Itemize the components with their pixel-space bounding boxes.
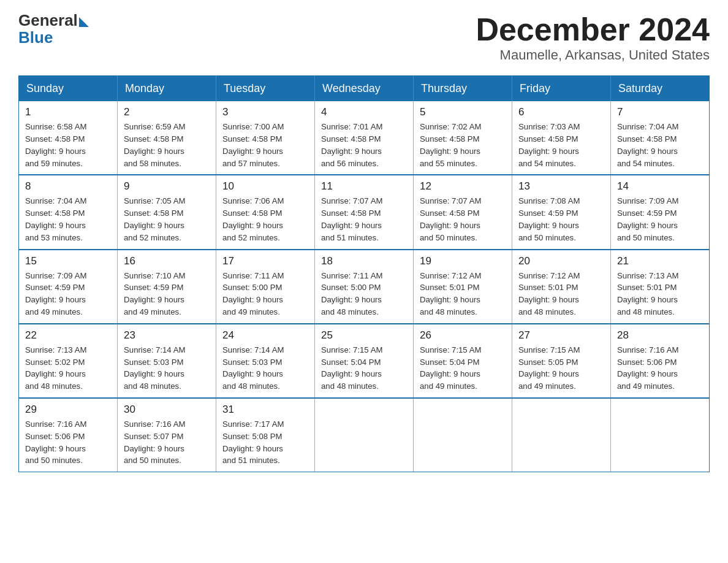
day-number: 11 [321,180,407,193]
calendar-cell: 21 Sunrise: 7:13 AM Sunset: 5:01 PM Dayl… [611,250,710,324]
title-section: December 2024 Maumelle, Arkansas, United… [476,12,710,63]
day-info: Sunrise: 7:15 AM Sunset: 5:04 PM Dayligh… [420,344,506,393]
calendar-cell: 18 Sunrise: 7:11 AM Sunset: 5:00 PM Dayl… [315,250,414,324]
day-info: Sunrise: 7:12 AM Sunset: 5:01 PM Dayligh… [518,270,604,318]
day-number: 17 [222,255,308,267]
day-info: Sunrise: 7:01 AM Sunset: 4:58 PM Dayligh… [321,121,407,169]
calendar-cell: 31 Sunrise: 7:17 AM Sunset: 5:08 PM Dayl… [216,398,315,472]
day-number: 20 [518,255,604,267]
day-number: 6 [518,106,604,118]
calendar-cell: 27 Sunrise: 7:15 AM Sunset: 5:05 PM Dayl… [512,324,611,398]
day-number: 26 [420,329,506,342]
calendar-week-4: 22 Sunrise: 7:13 AM Sunset: 5:02 PM Dayl… [19,324,710,398]
day-header-wednesday: Wednesday [315,76,414,102]
day-number: 30 [124,404,210,416]
day-info: Sunrise: 7:07 AM Sunset: 4:58 PM Dayligh… [420,195,506,243]
day-info: Sunrise: 7:05 AM Sunset: 4:58 PM Dayligh… [124,195,210,243]
day-number: 25 [321,329,407,342]
logo: General Blue [18,12,90,47]
day-number: 4 [321,106,407,118]
calendar-cell: 11 Sunrise: 7:07 AM Sunset: 4:58 PM Dayl… [315,175,414,249]
page-subtitle: Maumelle, Arkansas, United States [476,47,710,63]
calendar-cell: 15 Sunrise: 7:09 AM Sunset: 4:59 PM Dayl… [19,250,118,324]
calendar-cell: 14 Sunrise: 7:09 AM Sunset: 4:59 PM Dayl… [611,175,710,249]
day-number: 28 [617,329,703,342]
day-info: Sunrise: 7:16 AM Sunset: 5:06 PM Dayligh… [617,344,703,393]
day-number: 10 [222,180,308,193]
calendar-cell: 23 Sunrise: 7:14 AM Sunset: 5:03 PM Dayl… [118,324,216,398]
day-info: Sunrise: 7:11 AM Sunset: 5:00 PM Dayligh… [321,270,407,318]
calendar-week-2: 8 Sunrise: 7:04 AM Sunset: 4:58 PM Dayli… [19,175,710,249]
day-number: 14 [617,180,703,193]
day-number: 5 [420,106,506,118]
day-number: 12 [420,180,506,193]
day-number: 22 [25,329,111,342]
day-info: Sunrise: 7:15 AM Sunset: 5:04 PM Dayligh… [321,344,407,393]
calendar-cell: 6 Sunrise: 7:03 AM Sunset: 4:58 PM Dayli… [512,101,611,175]
calendar-cell: 16 Sunrise: 7:10 AM Sunset: 4:59 PM Dayl… [118,250,216,324]
day-number: 1 [25,106,111,118]
calendar-cell: 2 Sunrise: 6:59 AM Sunset: 4:58 PM Dayli… [118,101,216,175]
day-info: Sunrise: 7:11 AM Sunset: 5:00 PM Dayligh… [222,270,308,318]
calendar-cell [315,398,414,472]
logo-general-text: General [18,12,78,28]
calendar-cell: 4 Sunrise: 7:01 AM Sunset: 4:58 PM Dayli… [315,101,414,175]
calendar-cell [611,398,710,472]
day-info: Sunrise: 6:59 AM Sunset: 4:58 PM Dayligh… [124,121,210,169]
day-info: Sunrise: 7:16 AM Sunset: 5:06 PM Dayligh… [25,418,111,467]
day-header-tuesday: Tuesday [216,76,315,102]
day-header-thursday: Thursday [414,76,512,102]
calendar-cell: 26 Sunrise: 7:15 AM Sunset: 5:04 PM Dayl… [414,324,512,398]
day-number: 8 [25,180,111,193]
day-header-saturday: Saturday [611,76,710,102]
calendar-cell [512,398,611,472]
day-info: Sunrise: 7:00 AM Sunset: 4:58 PM Dayligh… [222,121,308,169]
calendar-week-3: 15 Sunrise: 7:09 AM Sunset: 4:59 PM Dayl… [19,250,710,324]
logo-blue-text: Blue [18,28,53,47]
day-info: Sunrise: 7:14 AM Sunset: 5:03 PM Dayligh… [124,344,210,393]
day-info: Sunrise: 7:04 AM Sunset: 4:58 PM Dayligh… [25,195,111,243]
day-info: Sunrise: 7:04 AM Sunset: 4:58 PM Dayligh… [617,121,703,169]
day-number: 15 [25,255,111,267]
day-info: Sunrise: 7:09 AM Sunset: 4:59 PM Dayligh… [617,195,703,243]
day-number: 31 [222,404,308,416]
day-number: 2 [124,106,210,118]
calendar-cell: 24 Sunrise: 7:14 AM Sunset: 5:03 PM Dayl… [216,324,315,398]
day-number: 19 [420,255,506,267]
day-info: Sunrise: 7:13 AM Sunset: 5:02 PM Dayligh… [25,344,111,393]
day-info: Sunrise: 7:08 AM Sunset: 4:59 PM Dayligh… [518,195,604,243]
calendar-cell: 12 Sunrise: 7:07 AM Sunset: 4:58 PM Dayl… [414,175,512,249]
calendar-cell: 22 Sunrise: 7:13 AM Sunset: 5:02 PM Dayl… [19,324,118,398]
calendar-cell: 1 Sunrise: 6:58 AM Sunset: 4:58 PM Dayli… [19,101,118,175]
calendar-cell: 9 Sunrise: 7:05 AM Sunset: 4:58 PM Dayli… [118,175,216,249]
calendar-table: SundayMondayTuesdayWednesdayThursdayFrid… [18,75,710,472]
calendar-cell: 5 Sunrise: 7:02 AM Sunset: 4:58 PM Dayli… [414,101,512,175]
calendar-header-row: SundayMondayTuesdayWednesdayThursdayFrid… [19,76,710,102]
logo-top: General [18,12,90,28]
day-info: Sunrise: 7:06 AM Sunset: 4:58 PM Dayligh… [222,195,308,243]
day-header-monday: Monday [118,76,216,102]
calendar-cell: 30 Sunrise: 7:16 AM Sunset: 5:07 PM Dayl… [118,398,216,472]
day-number: 24 [222,329,308,342]
day-info: Sunrise: 7:13 AM Sunset: 5:01 PM Dayligh… [617,270,703,318]
calendar-cell: 13 Sunrise: 7:08 AM Sunset: 4:59 PM Dayl… [512,175,611,249]
calendar-cell [414,398,512,472]
day-info: Sunrise: 7:17 AM Sunset: 5:08 PM Dayligh… [222,418,308,467]
day-number: 7 [617,106,703,118]
calendar-cell: 17 Sunrise: 7:11 AM Sunset: 5:00 PM Dayl… [216,250,315,324]
day-number: 27 [518,329,604,342]
page-header: General Blue December 2024 Maumelle, Ark… [18,12,710,63]
logo-arrow-icon [79,17,89,27]
day-number: 23 [124,329,210,342]
day-info: Sunrise: 7:07 AM Sunset: 4:58 PM Dayligh… [321,195,407,243]
day-header-sunday: Sunday [19,76,118,102]
calendar-cell: 28 Sunrise: 7:16 AM Sunset: 5:06 PM Dayl… [611,324,710,398]
calendar-week-5: 29 Sunrise: 7:16 AM Sunset: 5:06 PM Dayl… [19,398,710,472]
day-number: 9 [124,180,210,193]
calendar-cell: 20 Sunrise: 7:12 AM Sunset: 5:01 PM Dayl… [512,250,611,324]
day-number: 3 [222,106,308,118]
calendar-cell: 29 Sunrise: 7:16 AM Sunset: 5:06 PM Dayl… [19,398,118,472]
calendar-week-1: 1 Sunrise: 6:58 AM Sunset: 4:58 PM Dayli… [19,101,710,175]
calendar-cell: 25 Sunrise: 7:15 AM Sunset: 5:04 PM Dayl… [315,324,414,398]
day-number: 21 [617,255,703,267]
